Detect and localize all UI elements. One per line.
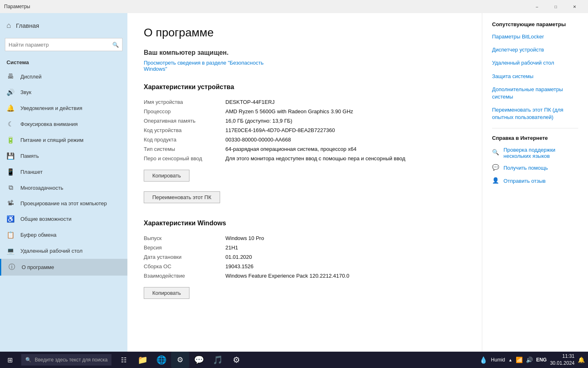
remote-desktop-link[interactable]: Удаленный рабочий стол: [492, 59, 578, 67]
project-icon: 📽: [7, 200, 15, 207]
taskbar-chrome[interactable]: 🌐: [152, 352, 170, 368]
sound-icon: 🔊: [7, 88, 15, 96]
sidebar-item-display[interactable]: 🖶 Дисплей: [0, 69, 127, 84]
close-button[interactable]: ✕: [565, 0, 584, 13]
clipboard-icon: 📋: [7, 231, 15, 239]
sidebar-item-multitask[interactable]: ⧉ Многозадачность: [0, 180, 127, 195]
taskbar-spotify[interactable]: 🎵: [209, 352, 227, 368]
taskbar-settings[interactable]: ⚙: [227, 352, 245, 368]
power-icon: 🔋: [7, 136, 15, 144]
ram-label: Оперативная память: [144, 118, 225, 124]
maximize-button[interactable]: □: [546, 0, 565, 13]
start-button[interactable]: ⊞: [0, 352, 20, 368]
windows-start-icon: ⊞: [7, 356, 13, 364]
processor-label: Процессор: [144, 108, 225, 114]
build-value: 19043.1526: [225, 263, 466, 269]
expand-tray-icon[interactable]: ▲: [508, 358, 512, 362]
taskbar: ⊞ 🔍 Введите здесь текст для поиска ☷ 📁 🌐…: [0, 352, 588, 368]
sidebar-item-focus[interactable]: ☾ Фокусировка внимания: [0, 116, 127, 132]
help-chat-icon: 💬: [492, 164, 500, 172]
discord-icon: 💬: [194, 355, 204, 365]
taskbar-discord[interactable]: 💬: [190, 352, 208, 368]
table-row: Код продукта 00330-80000-00000-AA668: [144, 135, 466, 144]
search-icon[interactable]: 🔍: [112, 42, 119, 48]
notification-center-icon[interactable]: 🔔: [578, 357, 585, 363]
home-icon: ⌂: [7, 21, 11, 30]
table-row: Код устройства 117E0CE4-169A-4D70-ADFD-8…: [144, 126, 466, 135]
language-indicator[interactable]: ENG: [536, 357, 547, 363]
sidebar-item-power-label: Питание и спящий режим: [20, 137, 83, 143]
display-icon: 🖶: [7, 73, 15, 80]
edition-label: Выпуск: [144, 235, 225, 241]
system-protection-link[interactable]: Защита системы: [492, 73, 578, 80]
feedback-icon: 👤: [492, 177, 500, 185]
advanced-settings-link[interactable]: Дополнительные параметры системы: [492, 86, 578, 101]
system-type-label: Тип системы: [144, 146, 225, 152]
focus-icon: ☾: [7, 120, 15, 128]
device-name-label: Имя устройства: [144, 99, 225, 105]
copy-device-button[interactable]: Копировать: [144, 170, 189, 182]
app-container: ⌂ Главная 🔍 Система 🖶 Дисплей 🔊 Звук 🔔 У…: [0, 13, 588, 352]
sidebar-item-notifications[interactable]: 🔔 Уведомления и действия: [0, 100, 127, 116]
rename-advanced-link[interactable]: Переименовать этот ПК (для опытных польз…: [492, 106, 578, 121]
help-item-languages: 🔍 Проверка поддержки нескольких языков: [492, 147, 578, 159]
weather-icon: 💧: [479, 356, 488, 364]
taskbar-search-text: Введите здесь текст для поиска: [35, 357, 107, 363]
device-manager-link[interactable]: Диспетчер устройств: [492, 46, 578, 54]
sidebar-item-tablet-label: Планшет: [20, 169, 43, 175]
table-row: Имя устройства DESKTOP-44F1ERJ: [144, 97, 466, 107]
sidebar-home-label: Главная: [16, 22, 39, 29]
send-feedback-link[interactable]: Отправить отзыв: [503, 178, 546, 184]
system-type-value: 64-разрядная операционная система, проце…: [225, 146, 466, 152]
sidebar-item-clipboard-label: Буфер обмена: [20, 232, 56, 238]
version-label: Версия: [144, 245, 225, 251]
taskbar-apps: ☷ 📁 🌐 ⚙ 💬 🎵 ⚙: [115, 352, 245, 368]
sidebar-item-remote[interactable]: 💻 Удаленный рабочий стол: [0, 243, 127, 259]
product-id-value: 00330-80000-00000-AA668: [225, 137, 466, 143]
security-link[interactable]: Просмотреть сведения в разделе "Безопасн…: [144, 60, 263, 72]
sidebar-item-notifications-label: Уведомления и действия: [20, 105, 82, 111]
sidebar-item-accessibility[interactable]: ♿ Общие возможности: [0, 211, 127, 227]
sidebar-item-focus-label: Фокусировка внимания: [20, 121, 78, 127]
weather-text: Humid: [491, 357, 505, 363]
taskbar-search-icon: 🔍: [25, 357, 31, 363]
page-title: О программе: [144, 26, 466, 39]
install-date-value: 01.01.2020: [225, 254, 466, 260]
sidebar-item-accessibility-label: Общие возможности: [20, 216, 71, 222]
rename-pc-button[interactable]: Переименовать этот ПК: [144, 191, 220, 203]
sidebar-item-tablet[interactable]: 📱 Планшет: [0, 164, 127, 180]
table-row: Тип системы 64-разрядная операционная си…: [144, 144, 466, 154]
languages-link[interactable]: Проверка поддержки нескольких языков: [503, 147, 578, 159]
sidebar-item-sound[interactable]: 🔊 Звук: [0, 84, 127, 100]
sidebar-section-title: Система: [0, 58, 127, 69]
taskbar-task-view[interactable]: ☷: [115, 352, 133, 368]
spotify-icon: 🎵: [213, 355, 223, 365]
related-title: Сопутствующие параметры: [492, 21, 578, 27]
multitask-icon: ⧉: [7, 184, 15, 191]
system-clock[interactable]: 11:31 30.01.2024: [550, 353, 575, 367]
get-help-link[interactable]: Получить помощь: [503, 165, 548, 171]
sidebar-home[interactable]: ⌂ Главная: [0, 13, 127, 38]
table-row: Взаимодействие Windows Feature Experienc…: [144, 271, 466, 280]
main-content: О программе Ваш компьютер защищен. Просм…: [127, 13, 482, 352]
sidebar-item-power[interactable]: 🔋 Питание и спящий режим: [0, 132, 127, 148]
experience-label: Взаимодействие: [144, 273, 225, 279]
device-section-title: Характеристики устройства: [144, 83, 466, 91]
table-row: Сборка ОС 19043.1526: [144, 262, 466, 271]
taskbar-search-box[interactable]: 🔍 Введите здесь текст для поиска: [21, 354, 111, 366]
sidebar-item-about[interactable]: ⓘ О программе: [0, 259, 127, 276]
sidebar-item-project[interactable]: 📽 Проецирование на этот компьютер: [0, 195, 127, 211]
taskbar-steam[interactable]: ⚙: [171, 352, 189, 368]
title-bar-title: Параметры: [4, 4, 30, 9]
settings-taskbar-icon: ⚙: [233, 355, 240, 365]
minimize-button[interactable]: –: [528, 0, 546, 13]
taskbar-file-explorer[interactable]: 📁: [134, 352, 151, 368]
table-row: Дата установки 01.01.2020: [144, 252, 466, 262]
search-input[interactable]: [9, 42, 112, 48]
search-box: 🔍: [5, 38, 122, 51]
sidebar-item-clipboard[interactable]: 📋 Буфер обмена: [0, 227, 127, 243]
bitlocker-link[interactable]: Параметры BitLocker: [492, 33, 578, 40]
copy-windows-button[interactable]: Копировать: [144, 287, 189, 299]
sidebar-item-memory[interactable]: 💾 Память: [0, 148, 127, 164]
help-item-feedback: 👤 Отправить отзыв: [492, 177, 578, 185]
